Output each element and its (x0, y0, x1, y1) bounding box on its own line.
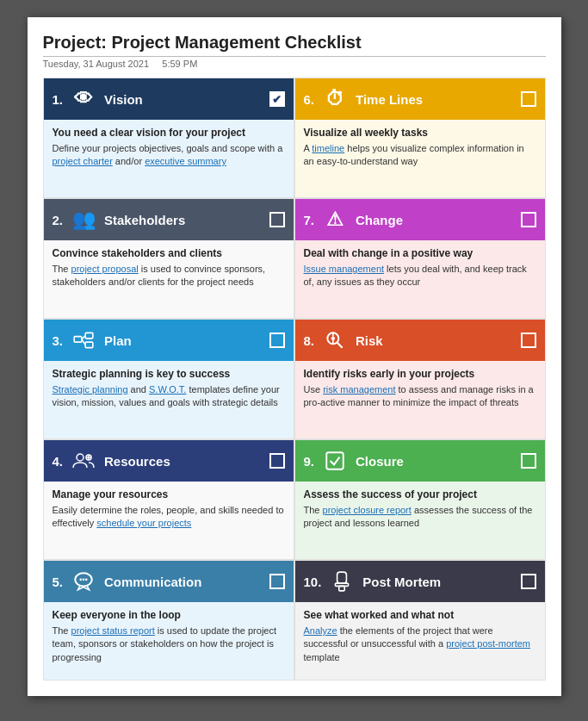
svg-line-6 (337, 343, 343, 348)
card-header-1: 1.👁Vision (44, 78, 294, 120)
card-checkbox-2[interactable] (269, 212, 285, 227)
card-section-text-3: Strategic planning and S.W.O.T. template… (53, 383, 285, 410)
link-executive-summary[interactable]: executive summary (145, 156, 226, 166)
card-section-text-6: A timeline helps you visualize complex i… (304, 142, 536, 169)
card-5: 5.CommunicationKeep everyone in the loop… (43, 560, 294, 681)
card-10: 10.Post MortemSee what worked and what n… (294, 560, 546, 681)
card-header-6: 6.⏱Time Lines (295, 78, 545, 120)
card-checkbox-6[interactable] (521, 91, 536, 107)
card-header-9: 9.Closure (295, 440, 545, 482)
card-num-4: 4. (53, 454, 64, 469)
card-label-9: Closure (356, 454, 513, 469)
link-analyze[interactable]: Analyze (304, 625, 337, 636)
link-project-proposal[interactable]: project proposal (71, 264, 139, 274)
card-section-text-2: The project proposal is used to convince… (53, 263, 285, 289)
link-project-charter[interactable]: project charter (53, 156, 113, 166)
card-section-text-4: Easily determine the roles, people, and … (53, 504, 285, 531)
card-header-10: 10.Post Mortem (295, 561, 545, 602)
card-body-6: Visualize all weekly tasksA timeline hel… (295, 120, 545, 197)
card-header-7: 7.⚠Change (295, 199, 545, 240)
card-section-text-8: Use risk management to assess and manage… (304, 383, 536, 410)
svg-point-10 (77, 454, 84, 461)
card-body-9: Assess the success of your projectThe pr… (295, 482, 545, 559)
card-checkbox-10[interactable] (521, 574, 536, 589)
card-num-10: 10. (304, 575, 322, 589)
link-strategic-planning[interactable]: Strategic planning (53, 384, 128, 395)
card-checkbox-3[interactable] (269, 333, 285, 348)
card-body-8: Identify risks early in your projectsUse… (295, 361, 545, 438)
card-num-7: 7. (304, 213, 315, 227)
link-timeline[interactable]: timeline (312, 143, 344, 153)
svg-point-16 (79, 579, 82, 581)
card-section-title-4: Manage your resources (53, 488, 285, 500)
card-section-title-6: Visualize all weekly tasks (304, 127, 536, 139)
link-issue-management[interactable]: Issue management (304, 264, 385, 274)
link-swot[interactable]: S.W.O.T. (149, 384, 186, 395)
card-num-5: 5. (53, 575, 64, 589)
link-project-status-report[interactable]: project status report (71, 625, 155, 636)
card-section-text-7: Issue management lets you deal with, and… (304, 263, 536, 289)
card-2: 2.👥StakeholdersConvince stakeholders and… (43, 198, 294, 319)
card-checkbox-8[interactable] (521, 333, 536, 348)
svg-rect-19 (337, 572, 347, 583)
card-label-4: Resources (104, 454, 262, 469)
card-checkbox-9[interactable] (521, 453, 536, 469)
page-title: Project: Project Management Checklist (43, 33, 546, 57)
card-1: 1.👁VisionYou need a clear vision for you… (43, 78, 294, 198)
card-header-5: 5.Communication (44, 561, 294, 602)
svg-point-7 (331, 337, 335, 340)
card-label-1: Vision (104, 92, 262, 107)
card-header-8: 8.Risk (295, 320, 545, 361)
svg-rect-14 (326, 452, 344, 469)
card-section-text-5: The project status report is used to upd… (53, 625, 285, 664)
card-body-7: Deal with change in a positive wayIssue … (295, 240, 545, 318)
link-project-closure-report[interactable]: project closure report (323, 505, 412, 515)
card-checkbox-4[interactable] (269, 453, 285, 469)
svg-line-4 (82, 339, 85, 345)
link-schedule-projects[interactable]: schedule your projects (96, 518, 191, 528)
card-icon-4 (70, 447, 97, 475)
card-7: 7.⚠ChangeDeal with change in a positive … (294, 198, 546, 319)
card-icon-2: 👥 (70, 206, 97, 233)
link-risk-management[interactable]: risk management (323, 384, 395, 395)
card-4: 4.ResourcesManage your resourcesEasily d… (43, 439, 294, 560)
svg-rect-2 (85, 342, 93, 348)
card-num-3: 3. (53, 333, 64, 348)
link-project-post-mortem[interactable]: project post-mortem (446, 638, 530, 649)
card-num-8: 8. (304, 333, 315, 348)
card-section-title-2: Convince stakeholders and clients (53, 247, 285, 259)
card-body-10: See what worked and what notAnalyze the … (295, 602, 545, 680)
card-body-5: Keep everyone in the loopThe project sta… (44, 602, 294, 680)
card-icon-8 (321, 326, 349, 354)
card-label-7: Change (356, 213, 513, 227)
card-icon-6: ⏱ (321, 85, 349, 113)
card-9: 9.ClosureAssess the success of your proj… (294, 439, 546, 560)
card-section-title-3: Strategic planning is key to success (53, 368, 285, 380)
svg-point-18 (85, 579, 88, 581)
page-date: Tuesday, 31 August 2021 (43, 59, 150, 69)
card-body-2: Convince stakeholders and clientsThe pro… (44, 240, 294, 318)
card-icon-10 (328, 568, 356, 595)
card-body-4: Manage your resourcesEasily determine th… (44, 482, 294, 559)
card-icon-3 (70, 326, 97, 354)
page-time: 5:59 PM (162, 59, 197, 69)
page-container: Project: Project Management Checklist Tu… (28, 17, 561, 696)
card-label-3: Plan (104, 333, 262, 348)
card-label-6: Time Lines (356, 92, 513, 107)
card-checkbox-1[interactable] (269, 91, 285, 107)
card-label-2: Stakeholders (104, 213, 262, 227)
card-num-1: 1. (53, 92, 64, 107)
page-subtitle: Tuesday, 31 August 2021 5:59 PM (43, 59, 546, 69)
card-icon-5 (70, 568, 97, 595)
card-section-title-8: Identify risks early in your projects (304, 368, 536, 380)
svg-rect-1 (85, 333, 93, 339)
card-6: 6.⏱Time LinesVisualize all weekly tasksA… (294, 78, 546, 198)
card-label-10: Post Mortem (362, 575, 513, 589)
card-num-2: 2. (53, 213, 64, 227)
card-icon-9 (321, 447, 349, 475)
card-3: 3.PlanStrategic planning is key to succe… (43, 319, 294, 439)
card-checkbox-5[interactable] (269, 574, 285, 589)
card-8: 8.RiskIdentify risks early in your proje… (294, 319, 546, 439)
svg-rect-0 (74, 337, 82, 343)
card-checkbox-7[interactable] (521, 212, 536, 227)
